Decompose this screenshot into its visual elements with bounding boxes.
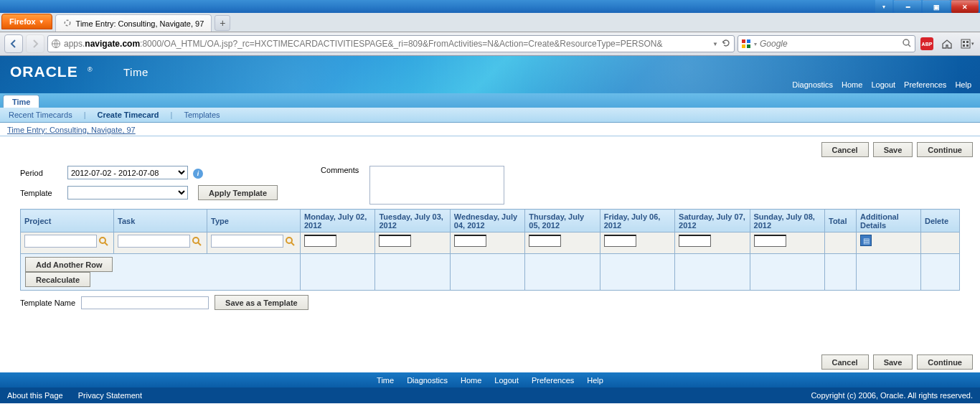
footer-time[interactable]: Time bbox=[377, 376, 394, 385]
search-icon[interactable] bbox=[902, 38, 912, 50]
lookup-icon[interactable] bbox=[98, 236, 109, 247]
svg-point-6 bbox=[903, 39, 909, 45]
col-d2: Wednesday, July 04, 2012 bbox=[450, 210, 524, 232]
footer-privacy[interactable]: Privacy Statement bbox=[78, 391, 142, 400]
window-restore-button[interactable]: ▣ bbox=[923, 0, 950, 13]
bottom-action-row: Cancel Save Continue bbox=[0, 349, 980, 372]
footer-bar: About this Page Privacy Statement Copyri… bbox=[0, 387, 980, 403]
details-icon[interactable]: ▤ bbox=[860, 235, 872, 246]
template-name-input[interactable] bbox=[81, 296, 209, 309]
hours-d6[interactable] bbox=[754, 235, 786, 247]
svg-line-18 bbox=[198, 243, 201, 245]
link-home[interactable]: Home bbox=[842, 80, 862, 89]
browser-toolbar: apps.navigate.com:8000/OA_HTML/OA.jsp?_r… bbox=[0, 32, 980, 56]
subnav-templates[interactable]: Templates bbox=[181, 111, 222, 119]
project-input[interactable] bbox=[24, 235, 97, 248]
svg-text:ORACLE: ORACLE bbox=[10, 63, 78, 80]
app-title: Time bbox=[123, 66, 149, 78]
save-button[interactable]: Save bbox=[873, 142, 913, 157]
hours-d1[interactable] bbox=[379, 235, 411, 247]
top-action-row: Cancel Save Continue bbox=[0, 136, 980, 160]
forward-button[interactable] bbox=[26, 34, 44, 53]
bookmarks-icon[interactable]: ▾ bbox=[958, 35, 976, 52]
footer-nav: Time Diagnostics Home Logout Preferences… bbox=[0, 372, 980, 387]
lookup-icon[interactable] bbox=[285, 236, 296, 247]
link-help[interactable]: Help bbox=[955, 80, 971, 89]
cancel-button[interactable]: Cancel bbox=[821, 142, 869, 157]
svg-text:®: ® bbox=[88, 66, 93, 73]
browser-tabstrip: Firefox ▼ Time Entry: Consulting, Naviga… bbox=[0, 13, 980, 32]
oracle-logo: ORACLE® Time bbox=[10, 63, 149, 80]
link-preferences[interactable]: Preferences bbox=[904, 80, 946, 89]
footer-preferences[interactable]: Preferences bbox=[532, 376, 574, 385]
window-minimize-button[interactable]: ━ bbox=[894, 0, 921, 13]
type-input[interactable] bbox=[211, 235, 283, 248]
footer-home[interactable]: Home bbox=[461, 376, 481, 385]
subnav-create[interactable]: Create Timecard bbox=[95, 111, 162, 119]
hours-d0[interactable] bbox=[304, 235, 336, 247]
tab-time[interactable]: Time bbox=[3, 95, 39, 108]
comments-textarea[interactable] bbox=[369, 166, 504, 205]
link-logout[interactable]: Logout bbox=[871, 80, 895, 89]
col-d6: Sunday, July 08, 2012 bbox=[750, 210, 824, 232]
footer-help[interactable]: Help bbox=[587, 376, 603, 385]
template-label: Template bbox=[20, 189, 62, 197]
hours-d2[interactable] bbox=[454, 235, 486, 247]
svg-rect-9 bbox=[963, 41, 965, 43]
col-additional: Additional Details bbox=[857, 210, 921, 232]
footer-about[interactable]: About this Page bbox=[7, 391, 63, 400]
template-select[interactable] bbox=[67, 186, 188, 199]
hours-d3[interactable] bbox=[529, 235, 561, 247]
search-bar[interactable]: ▾ bbox=[738, 35, 915, 52]
window-close-button[interactable]: ✕ bbox=[951, 0, 979, 13]
adblock-icon[interactable]: ABP bbox=[918, 35, 936, 52]
svg-rect-5 bbox=[747, 44, 750, 48]
recalculate-button[interactable]: Recalculate bbox=[25, 272, 90, 287]
site-identity-icon[interactable] bbox=[51, 39, 61, 49]
dropdown-icon[interactable]: ▼ bbox=[712, 41, 718, 47]
footer-logout[interactable]: Logout bbox=[494, 376, 519, 385]
new-tab-button[interactable]: + bbox=[215, 15, 230, 31]
subnav-recent[interactable]: Recent Timecards bbox=[6, 111, 75, 119]
firefox-menu-button[interactable]: Firefox ▼ bbox=[1, 14, 52, 29]
col-d1: Tuesday, July 03, 2012 bbox=[375, 210, 450, 232]
search-input[interactable] bbox=[760, 39, 899, 49]
svg-rect-11 bbox=[963, 44, 965, 47]
search-engine-icon[interactable] bbox=[741, 39, 751, 49]
back-button[interactable] bbox=[4, 34, 23, 53]
url-text: apps.navigate.com:8000/OA_HTML/OA.jsp?_r… bbox=[64, 39, 710, 49]
search-dropdown-icon[interactable]: ▾ bbox=[754, 41, 757, 47]
continue-button[interactable]: Continue bbox=[917, 142, 973, 157]
header-links: Diagnostics Home Logout Preferences Help bbox=[792, 80, 971, 89]
hours-d5[interactable] bbox=[679, 235, 711, 247]
col-total: Total bbox=[825, 210, 857, 232]
reload-icon[interactable] bbox=[721, 38, 731, 50]
browser-tab-active[interactable]: Time Entry: Consulting, Navigate, 97 bbox=[55, 14, 212, 32]
info-icon[interactable]: i bbox=[193, 169, 203, 179]
task-input[interactable] bbox=[118, 235, 190, 248]
sub-nav: Recent Timecards | Create Timecard | Tem… bbox=[0, 108, 980, 123]
home-icon[interactable] bbox=[938, 35, 956, 52]
col-type: Type bbox=[207, 210, 301, 232]
hours-d4[interactable] bbox=[604, 235, 636, 247]
period-select[interactable]: 2012-07-02 - 2012-07-08 bbox=[67, 166, 188, 179]
col-d0: Monday, July 02, 2012 bbox=[301, 210, 375, 232]
window-menu-trigger[interactable]: ▾ bbox=[875, 0, 892, 13]
svg-line-7 bbox=[908, 44, 910, 47]
cancel-button-bottom[interactable]: Cancel bbox=[821, 354, 869, 370]
grid-action-row: Add Another Row Recalculate bbox=[21, 254, 960, 291]
apply-template-button[interactable]: Apply Template bbox=[198, 185, 278, 200]
breadcrumb-link[interactable]: Time Entry: Consulting, Navigate, 97 bbox=[7, 126, 136, 134]
svg-rect-12 bbox=[966, 44, 969, 47]
svg-line-16 bbox=[105, 243, 108, 245]
link-diagnostics[interactable]: Diagnostics bbox=[792, 80, 833, 89]
loading-icon bbox=[63, 19, 72, 29]
save-button-bottom[interactable]: Save bbox=[873, 354, 913, 370]
continue-button-bottom[interactable]: Continue bbox=[917, 354, 973, 370]
lookup-icon[interactable] bbox=[192, 236, 202, 247]
url-bar[interactable]: apps.navigate.com:8000/OA_HTML/OA.jsp?_r… bbox=[47, 35, 735, 52]
add-row-button[interactable]: Add Another Row bbox=[25, 257, 113, 272]
footer-diagnostics[interactable]: Diagnostics bbox=[407, 376, 448, 385]
save-template-button[interactable]: Save as a Template bbox=[215, 295, 308, 310]
svg-line-20 bbox=[291, 243, 294, 245]
